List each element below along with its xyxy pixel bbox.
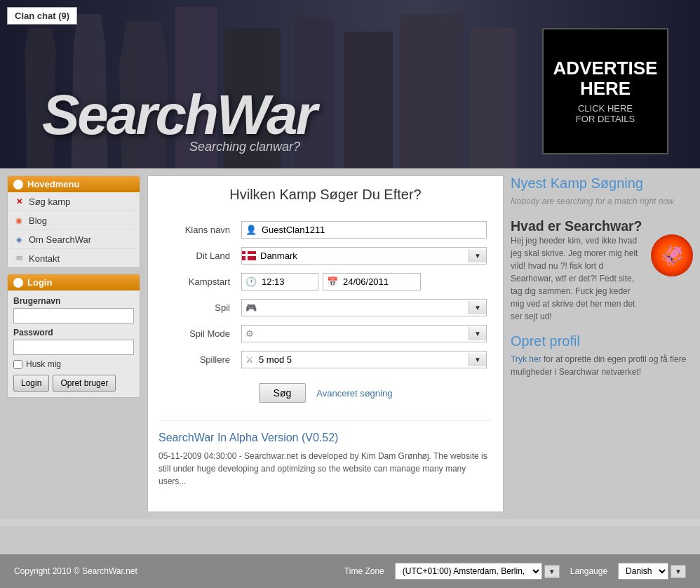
kampstart-row: Kampstart 🕐 📅 [159,269,492,295]
search-btn-row: Søg Avanceret søgning [159,383,492,403]
hvad-text: Hej jeg heeder kim, ved ikke hvad jeg sk… [511,234,644,323]
timezone-selector: (UTC+01:00) Amsterdam, Berlin, ▼ [395,563,560,580]
remember-checkbox[interactable] [13,360,22,369]
language-label: Langauge [570,566,607,576]
sidebar-label-blog: Blog [29,215,47,226]
hvad-section: Hvad er Searchwar? Hej jeg heeder kim, v… [511,218,693,323]
sidebar-item-blog[interactable]: ◉ Blog [8,211,140,230]
person-icon: 👤 [242,225,260,235]
ad-main-text: ADVERTISE HERE [553,58,658,98]
sidebar-item-om[interactable]: ◈ Om SearchWar [8,230,140,249]
spil-mode-row: Spil Mode ⚙ ▼ [159,321,492,347]
timezone-select[interactable]: (UTC+01:00) Amsterdam, Berlin, [395,563,542,580]
main-wrapper: Hovedmenu ✕ Søg kamp ◉ Blog ◈ Om SearchW… [0,168,700,519]
sidebar-label-soeg-kamp: Søg kamp [29,196,70,207]
spil-input[interactable] [260,300,469,316]
ad-sub-text: CLICK HERE FOR DETAILS [576,103,635,124]
hvad-title: Hvad er Searchwar? [511,218,693,234]
game-icon: 🎮 [242,302,260,313]
alpha-notice: SearchWar In Alpha Version (V0.52) 05-11… [159,420,492,488]
blog-icon: ◉ [13,215,25,226]
form-title: Hvilken Kamp Søger Du Efter? [159,187,492,203]
spil-mode-dropdown-btn[interactable]: ▼ [469,327,486,340]
spil-label: Spil [159,295,236,321]
username-input[interactable] [13,308,134,323]
menu-section: Hovedmenu ✕ Søg kamp ◉ Blog ◈ Om SearchW… [7,175,140,268]
spil-row: Spil 🎮 ▼ [159,295,492,321]
remember-row: Husk mig [13,359,134,369]
calendar-icon: 📅 [323,276,342,287]
footer: Copyright 2010 © SearchWar.net Time Zone… [0,554,700,588]
password-label: Password [13,328,134,338]
sword-icon: ⚔ [242,354,257,365]
om-icon: ◈ [13,234,25,245]
search-button[interactable]: Søg [259,383,307,403]
spillere-field: ⚔ ▼ [241,351,487,368]
time-field: 🕐 [241,273,318,290]
right-panel: Nyest Kamp Søgning Nobody are searching … [511,175,693,512]
alpha-title: SearchWar In Alpha Version (V0.52) [159,432,492,444]
spil-mode-field: ⚙ ▼ [241,325,487,342]
login-title: Login [27,277,52,288]
date-input[interactable] [342,274,420,290]
date-field: 📅 [323,273,421,290]
sidebar-item-soeg-kamp[interactable]: ✕ Søg kamp [8,192,140,211]
login-section: Login Brugernavn Password Husk mig Login… [7,274,140,398]
opret-link[interactable]: Tryk her [511,354,541,364]
sidebar-label-om: Om SearchWar [29,234,91,245]
site-logo: SearchWar [42,83,316,147]
nyest-text: Nobody are searching for a match right n… [511,195,693,208]
header: SearchWar Searching clanwar? Clan chat (… [0,0,700,168]
hvad-content: Hej jeg heeder kim, ved ikke hvad jeg sk… [511,234,693,323]
password-input[interactable] [13,340,134,355]
flag-dk-icon [242,251,256,260]
time-input[interactable] [260,274,318,290]
opret-title: Opret profil [511,333,693,349]
login-button[interactable]: Login [13,375,49,392]
advertisement-banner[interactable]: ADVERTISE HERE CLICK HERE FOR DETAILS [542,28,668,154]
clock-icon: 🕐 [242,276,260,287]
spillere-row: Spillere ⚔ ▼ [159,347,492,373]
kampstart-label: Kampstart [159,269,236,295]
spillere-dropdown-btn[interactable]: ▼ [469,353,486,366]
clan-chat-count: (9) [58,11,69,21]
mascot-image: 🦑 [651,234,693,276]
language-select[interactable]: Danish [618,563,668,580]
site-tagline: Searching clanwar? [189,140,300,154]
login-header-icon [13,278,23,288]
copyright-text: Copyright 2010 © SearchWar.net [14,566,137,576]
spil-field: 🎮 ▼ [241,299,487,316]
menu-header: Hovedmenu [8,176,140,192]
sidebar-label-kontakt: Kontakt [29,253,60,264]
login-buttons: Login Opret bruger [13,375,134,392]
advanced-search-link[interactable]: Avanceret søgning [316,388,392,399]
gear-icon: ⚙ [242,328,257,339]
clan-chat-label: Clan chat [15,11,56,21]
nyest-section: Nyest Kamp Søgning Nobody are searching … [511,175,693,208]
remember-label: Husk mig [26,359,61,369]
dit-land-input[interactable] [259,248,469,264]
dit-land-dropdown-btn[interactable]: ▼ [469,249,486,262]
clan-chat-button[interactable]: Clan chat (9) [7,7,77,25]
spillere-label: Spillere [159,347,236,373]
alpha-text: 05-11-2009 04:30:00 - Searchwar.net is d… [159,450,492,488]
nyest-title: Nyest Kamp Søgning [511,175,693,192]
dit-land-row: Dit Land ▼ [159,243,492,269]
spillere-input[interactable] [257,352,469,368]
klans-navn-field: 👤 [241,221,487,239]
klans-navn-label: Klans navn [159,217,236,243]
language-selector: Danish ▼ [618,563,686,580]
kontakt-icon: ✉ [13,253,25,264]
opret-section: Opret profil Tryk her for at oprette din… [511,333,693,378]
sidebar-item-kontakt[interactable]: ✉ Kontakt [8,249,140,267]
spil-mode-label: Spil Mode [159,321,236,347]
dit-land-field: ▼ [241,247,487,265]
klans-navn-input[interactable] [260,222,486,238]
spil-mode-input[interactable] [257,326,469,342]
spil-dropdown-btn[interactable]: ▼ [469,301,486,314]
timezone-dropdown-btn[interactable]: ▼ [544,565,560,578]
create-user-button[interactable]: Opret bruger [53,375,116,392]
menu-title: Hovedmenu [27,179,79,189]
login-form: Brugernavn Password Husk mig Login Opret… [8,290,140,397]
language-dropdown-btn[interactable]: ▼ [671,565,686,578]
